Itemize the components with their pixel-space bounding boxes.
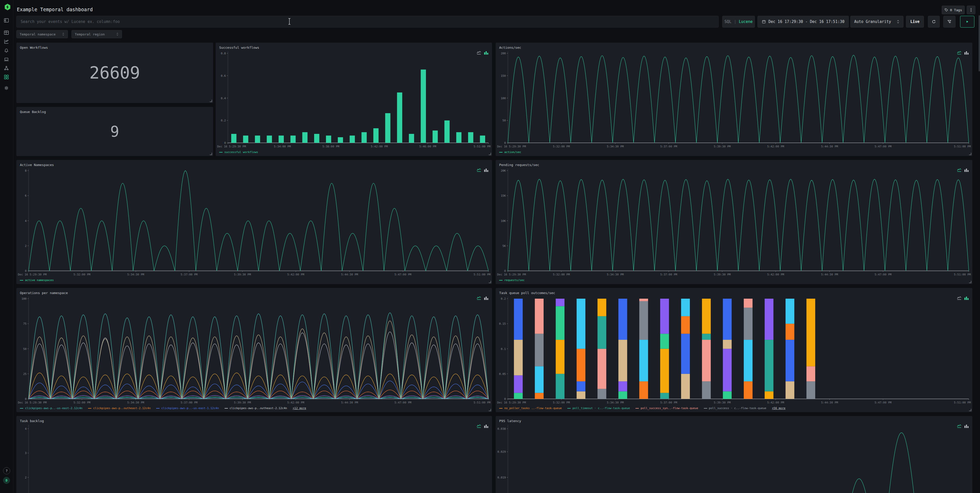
svg-text:5:32:00 PM: 5:32:00 PM [553, 145, 570, 148]
legend-entry[interactable]: poll_success · c..-flow-task-queue [704, 407, 767, 410]
legend-entry[interactable]: clickpipes-aws-p..outheast-2.12c4n [88, 407, 151, 410]
filter-edit-button[interactable] [943, 16, 956, 27]
granularity-label: Auto Granularity [854, 19, 891, 24]
alerts-bell-icon[interactable] [3, 48, 9, 53]
live-label: Live [910, 19, 920, 24]
app-logo-icon[interactable] [4, 3, 11, 11]
refresh-button[interactable] [928, 16, 940, 27]
kebab-icon [969, 8, 973, 12]
user-avatar[interactable]: D [3, 477, 10, 484]
resize-handle[interactable] [210, 153, 212, 155]
svg-text:5:34:30 PM: 5:34:30 PM [607, 273, 624, 276]
filter-temporal-region[interactable]: Temporal region [72, 30, 122, 38]
legend: active namespaces [20, 279, 54, 282]
svg-text:0.2: 0.2 [221, 119, 226, 122]
app-root: ? D Example Temporal dashboard 0 Tags SQ… [0, 0, 980, 493]
legend-entry[interactable]: +56 more [772, 407, 786, 410]
legend-entry[interactable]: action/sec [499, 151, 521, 154]
resize-handle[interactable] [969, 153, 971, 155]
settings-gear-icon[interactable] [3, 85, 9, 91]
line-chart-toggle-icon[interactable] [957, 424, 962, 428]
run-query-button[interactable] [960, 16, 974, 27]
filter-temporal-namespace[interactable]: Temporal namespace [16, 30, 68, 38]
svg-text:5:39:30 PM: 5:39:30 PM [234, 401, 251, 404]
svg-text:4: 4 [25, 427, 27, 431]
svg-text:Dec 16 5:29:30 PM: Dec 16 5:29:30 PM [497, 145, 526, 148]
help-button[interactable]: ? [3, 467, 10, 474]
panel-p95-latency: P95 latency 0.0380.0290.019 [496, 416, 972, 493]
svg-text:200: 200 [501, 52, 506, 55]
svg-text:0.038: 0.038 [497, 427, 506, 431]
svg-text:5:51:00 PM: 5:51:00 PM [474, 273, 491, 276]
bar-chart-toggle-icon[interactable] [484, 296, 488, 300]
resize-handle[interactable] [489, 153, 491, 155]
legend-entry[interactable]: successful workflows [219, 151, 258, 154]
successful-workflows-chart: 0.80.60.40.20Dec 16 5:29:30 PM5:34:00 PM… [216, 43, 492, 156]
data-tables-icon[interactable] [3, 30, 9, 35]
panel-poll-outcomes: Task queue poll outcomes/sec 0.20.150.10… [496, 288, 972, 412]
resize-handle[interactable] [210, 100, 212, 102]
legend-entry[interactable]: active namespaces [20, 279, 54, 282]
svg-text:0: 0 [25, 397, 27, 401]
svg-text:5:39:30 PM: 5:39:30 PM [714, 273, 731, 276]
bar-chart-toggle-icon[interactable] [964, 168, 969, 172]
line-chart-toggle-icon[interactable] [477, 296, 481, 300]
poll-outcomes-chart: 0.20.150.10.050Dec 16 5:29:30 PM5:32:00 … [496, 288, 972, 412]
bar-chart-toggle-icon[interactable] [964, 51, 969, 55]
bar-chart-toggle-icon[interactable] [484, 51, 488, 55]
legend-entry[interactable]: poll_timeout · c..-flow-task-queue [567, 407, 630, 410]
legend-entry[interactable]: clickpipes-aws-p..outheast-2.12c4n [224, 407, 287, 410]
panel-active-namespaces: Active Namespaces 86420Dec 16 5:29:30 PM… [16, 160, 492, 284]
date-range-picker[interactable]: Dec 16 17:29:30 - Dec 16 17:51:30 [757, 16, 849, 27]
resize-handle[interactable] [489, 409, 491, 411]
more-menu-button[interactable] [967, 6, 975, 14]
line-chart-toggle-icon[interactable] [957, 168, 962, 172]
svg-text:5:42:00 PM: 5:42:00 PM [287, 401, 304, 404]
bar-chart-toggle-icon[interactable] [484, 168, 488, 172]
bar-chart-toggle-icon[interactable] [964, 296, 969, 300]
panel-title: Successful workflows [219, 46, 259, 49]
svg-text:15K: 15K [501, 194, 506, 197]
mode-separator: | [734, 19, 736, 24]
resize-handle[interactable] [489, 281, 491, 283]
sql-mode-label[interactable]: SQL [724, 19, 732, 24]
legend-entry[interactable]: +12 more [293, 407, 306, 410]
scrollbar-thumb[interactable] [979, 15, 980, 71]
live-button[interactable]: Live [906, 16, 924, 27]
svg-text:50: 50 [503, 119, 506, 122]
line-chart-toggle-icon[interactable] [477, 51, 481, 55]
legend-entry[interactable]: clickpipes-aws-p..-us-east-1.12c4n [156, 407, 219, 410]
legend: successful workflows [219, 151, 258, 154]
svg-text:0: 0 [25, 269, 27, 273]
bar-chart-toggle-icon[interactable] [484, 424, 488, 428]
topology-share-icon[interactable] [3, 65, 9, 71]
resize-handle[interactable] [969, 281, 971, 283]
svg-text:0.05: 0.05 [499, 373, 506, 376]
resize-handle[interactable] [969, 409, 971, 411]
tags-button[interactable]: 0 Tags [942, 6, 965, 14]
svg-text:5:34:00 PM: 5:34:00 PM [274, 145, 291, 148]
legend-entry[interactable]: no_poller_tasks ..-flow-task-queue [499, 407, 562, 410]
line-chart-toggle-icon[interactable] [957, 296, 962, 300]
line-chart-toggle-icon[interactable] [477, 424, 481, 428]
bar-chart-toggle-icon[interactable] [964, 424, 969, 428]
svg-text:5:34:30 PM: 5:34:30 PM [127, 401, 145, 404]
sessions-laptop-icon[interactable] [3, 57, 9, 62]
granularity-select[interactable]: Auto Granularity [850, 16, 904, 27]
search-input[interactable] [16, 16, 719, 27]
legend-entry[interactable]: requests/sec [499, 279, 525, 282]
line-chart-toggle-icon[interactable] [957, 51, 962, 55]
dashboards-grid-icon[interactable] [3, 74, 9, 80]
svg-text:5:44:30 PM: 5:44:30 PM [821, 145, 838, 148]
query-mode-toggle[interactable]: SQL | Lucene [722, 16, 755, 27]
legend-entry[interactable]: poll_success_syn..-flow-task-queue [635, 407, 698, 410]
line-chart-toggle-icon[interactable] [477, 168, 481, 172]
sidebar-collapse-icon[interactable] [3, 17, 9, 23]
svg-text:3: 3 [25, 452, 27, 455]
panel-title: Pending requests/sec [499, 163, 539, 167]
lucene-mode-label[interactable]: Lucene [739, 19, 752, 24]
svg-text:5:47:00 PM: 5:47:00 PM [875, 273, 892, 276]
analytics-chart-icon[interactable] [3, 39, 9, 44]
legend-entry[interactable]: clickpipes-aws-p..-us-east-2.12c4n [20, 407, 83, 410]
legend: action/sec [499, 151, 521, 154]
